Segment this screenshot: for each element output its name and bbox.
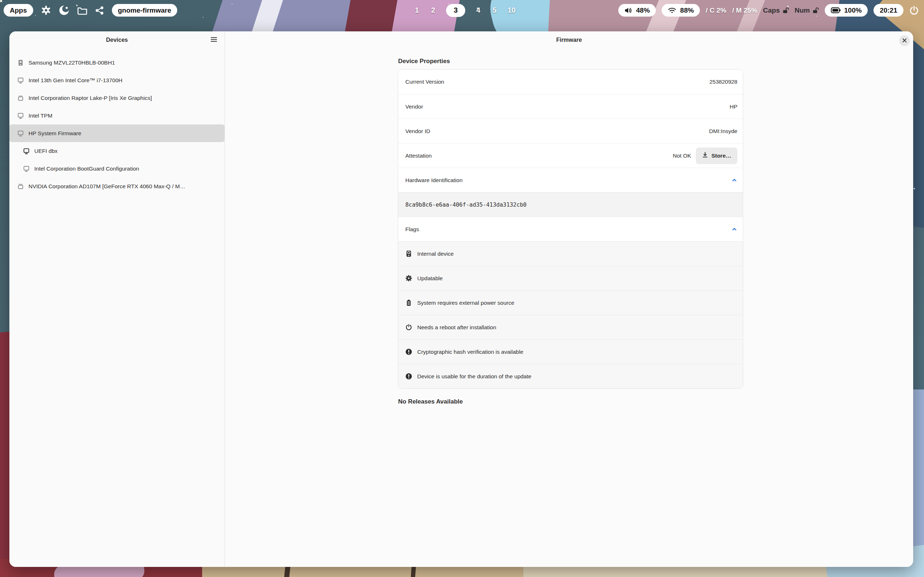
sidebar-item-intel-tpm[interactable]: Intel TPM — [10, 107, 225, 124]
workspace-4[interactable]: 4 — [475, 6, 481, 15]
battery-indicator[interactable]: 100% — [825, 4, 868, 16]
caps-lock-indicator: Caps — [763, 6, 789, 15]
store-checksums-button[interactable]: Store… — [696, 148, 737, 164]
no-releases-heading: No Releases Available — [398, 398, 743, 405]
computer-icon — [23, 148, 30, 154]
sidebar-item-bootguard-configuration[interactable]: Intel Corporation BootGuard Configuratio… — [10, 160, 225, 177]
battery-vertical-icon — [405, 299, 412, 306]
wifi-indicator[interactable]: 88% — [662, 4, 700, 16]
sidebar-item-uefi-dbx[interactable]: UEFI dbx — [10, 142, 225, 160]
internal-device-icon — [405, 250, 412, 257]
flags-expander[interactable]: Flags — [398, 217, 743, 241]
workspace-switcher: 1 2 3 4 5 10 — [414, 0, 515, 21]
property-row-attestation: Attestation Not OK Store… — [398, 143, 743, 168]
flag-row-updatable: Updatable — [398, 266, 743, 290]
sidebar-item-nvidia-gpu[interactable]: NVIDIA Corporation AD107M [GeForce RTX 4… — [10, 177, 225, 195]
clock-value: 20:21 — [880, 6, 897, 15]
top-bar: Apps gnome-firmware 1 2 3 4 5 10 48% — [0, 0, 924, 21]
property-row-vendor-id: Vendor ID DMI:Insyde — [398, 119, 743, 143]
folder-icon[interactable] — [77, 6, 87, 15]
flag-row-external-power: System requires external power source — [398, 290, 743, 315]
num-lock-label: Num — [795, 6, 810, 15]
battery-icon — [831, 7, 841, 13]
focused-window-title: gnome-firmware — [112, 4, 178, 16]
vendor-value: HP — [729, 103, 737, 110]
num-lock-indicator: Num — [795, 6, 819, 15]
computer-icon — [17, 77, 24, 84]
power-icon[interactable] — [909, 5, 919, 15]
speaker-icon — [624, 7, 632, 14]
devices-sidebar: Devices Samsung MZVL22T0HBLB-00BH1 Intel… — [10, 31, 225, 567]
flag-row-usable-during-update: Device is usable for the duration of the… — [398, 364, 743, 388]
exclamation-circle-icon — [405, 348, 412, 355]
flag-row-internal-device: Internal device — [398, 241, 743, 266]
topbar-right-cluster: 48% 88% / C 2% / M 25% Caps Num — [618, 0, 919, 21]
sidebar-item-hp-system-firmware[interactable]: HP System Firmware — [10, 124, 225, 142]
exclamation-circle-icon — [405, 373, 412, 380]
section-title: Device Properties — [398, 58, 743, 65]
clock-indicator[interactable]: 20:21 — [874, 4, 903, 16]
gpu-chip-icon — [17, 183, 24, 190]
computer-icon — [17, 130, 24, 137]
drive-icon — [17, 60, 24, 66]
wifi-icon — [668, 7, 677, 14]
power-reboot-icon — [405, 324, 412, 331]
sidebar-title: Devices — [106, 37, 128, 43]
gpu-chip-icon — [17, 95, 24, 102]
sidebar-item-intel-cpu[interactable]: Intel 13th Gen Intel Core™ i7-13700H — [10, 71, 225, 89]
sidebar-item-samsung-nvme[interactable]: Samsung MZVL22T0HBLB-00BH1 — [10, 54, 225, 71]
volume-value: 48% — [636, 6, 650, 15]
chevron-up-icon — [731, 177, 737, 183]
workspace-5[interactable]: 5 — [491, 6, 498, 15]
browser-icon[interactable] — [59, 5, 69, 16]
flag-row-needs-reboot: Needs a reboot after installation — [398, 315, 743, 339]
cpu-usage: / C 2% — [706, 6, 726, 15]
property-row-current-version: Current Version 253820928 — [398, 69, 743, 94]
hamburger-icon — [210, 37, 217, 43]
hardware-identification-expander[interactable]: Hardware Identification — [398, 168, 743, 192]
battery-value: 100% — [844, 6, 862, 15]
panel-title: Firmware — [556, 37, 582, 43]
vendor-id-value: DMI:Insyde — [709, 128, 737, 134]
volume-indicator[interactable]: 48% — [618, 4, 656, 16]
gnome-firmware-window: Devices Samsung MZVL22T0HBLB-00BH1 Intel… — [10, 31, 913, 567]
computer-icon — [17, 113, 24, 119]
apps-button-label: Apps — [10, 6, 27, 15]
workspace-1[interactable]: 1 — [414, 6, 420, 15]
hamburger-menu-button[interactable] — [208, 35, 220, 45]
chevron-up-icon — [731, 226, 737, 232]
workspace-3-active[interactable]: 3 — [446, 4, 465, 17]
hardware-guid-row: 8ca9b8c6-e6aa-406f-ad35-413da3132cb0 — [398, 192, 743, 217]
topbar-left-cluster: Apps gnome-firmware — [3, 0, 177, 21]
device-properties-card: Current Version 253820928 Vendor HP Vend… — [398, 69, 743, 389]
close-window-button[interactable] — [899, 35, 910, 46]
current-version-value: 253820928 — [709, 79, 737, 85]
panel-header: Firmware — [225, 31, 913, 49]
device-list: Samsung MZVL22T0HBLB-00BH1 Intel 13th Ge… — [10, 49, 225, 195]
close-icon — [902, 38, 907, 44]
share-icon[interactable] — [95, 6, 104, 15]
flag-row-hash-verification: Cryptographic hash verification is avail… — [398, 339, 743, 364]
sidebar-header: Devices — [10, 31, 225, 49]
device-properties-column: Device Properties Current Version 253820… — [398, 58, 743, 405]
download-icon — [702, 152, 708, 160]
workspace-2[interactable]: 2 — [430, 6, 436, 15]
memory-usage: / M 25% — [732, 6, 757, 15]
wifi-value: 88% — [680, 6, 694, 15]
sidebar-item-iris-xe-graphics[interactable]: Intel Corporation Raptor Lake-P [Iris Xe… — [10, 89, 225, 107]
attestation-status: Not OK — [673, 153, 691, 159]
workspace-10[interactable]: 10 — [507, 6, 515, 15]
settings-gear-icon[interactable] — [41, 5, 51, 15]
property-row-vendor: Vendor HP — [398, 94, 743, 119]
apps-button[interactable]: Apps — [3, 4, 33, 16]
hardware-guid-value: 8ca9b8c6-e6aa-406f-ad35-413da3132cb0 — [405, 201, 527, 208]
caps-open-lock-icon — [782, 7, 789, 14]
computer-icon — [23, 166, 30, 172]
caps-lock-label: Caps — [763, 6, 780, 15]
firmware-panel: Firmware Device Properties Current Versi… — [225, 31, 913, 567]
num-open-lock-icon — [813, 7, 819, 14]
updatable-gear-icon — [405, 275, 412, 282]
